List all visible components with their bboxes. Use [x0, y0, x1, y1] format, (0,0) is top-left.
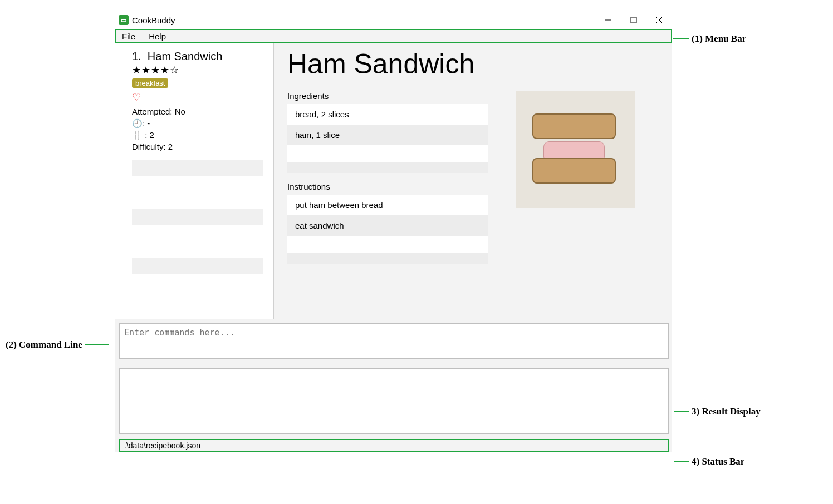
instruction-item: [287, 236, 488, 253]
annotation-label: 4) Status Bar: [692, 456, 744, 467]
minimize-icon: [605, 17, 611, 23]
empty-list-area: [132, 160, 263, 279]
recipe-detail-panel: Ham Sandwich Ingredients bread, 2 slices…: [274, 43, 672, 319]
main-content: 1. Ham Sandwich ★★★★☆ breakfast ♡ Attemp…: [115, 43, 672, 319]
app-logo-icon: ▭: [119, 15, 129, 25]
recipe-name: Ham Sandwich: [148, 50, 223, 62]
list-item: [132, 160, 263, 176]
list-item: [132, 258, 263, 274]
recipe-list-panel: 1. Ham Sandwich ★★★★☆ breakfast ♡ Attemp…: [115, 43, 274, 319]
ingredients-list: bread, 2 slices ham, 1 slice: [287, 104, 488, 173]
lower-panel: .\data\recipebook.json: [115, 319, 672, 452]
list-item: [132, 209, 263, 225]
recipe-list-item[interactable]: 1. Ham Sandwich ★★★★☆ breakfast ♡ Attemp…: [132, 50, 263, 152]
difficulty-row: Difficulty: 2: [132, 141, 263, 152]
annotation-command-line: (2) Command Line: [6, 339, 109, 350]
app-window: ▭ CookBuddy File Help 1. Ham Sandwich: [115, 11, 672, 452]
recipe-meta: Attempted: No 🕘: - 🍴 : 2 Difficulty: 2: [132, 106, 263, 152]
rating-stars: ★★★★☆: [132, 64, 263, 76]
annotation-menu-bar: (1) Menu Bar: [673, 33, 746, 45]
menu-help[interactable]: Help: [149, 32, 166, 41]
time-row: 🕘: -: [132, 117, 263, 129]
annotation-label: 3) Result Display: [692, 406, 761, 417]
instruction-item: [287, 253, 488, 264]
instruction-item: put ham between bread: [287, 195, 488, 215]
detail-title: Ham Sandwich: [287, 48, 659, 80]
ingredient-item: ham, 1 slice: [287, 125, 488, 145]
annotation-label: (2) Command Line: [6, 339, 82, 350]
ingredients-label: Ingredients: [287, 91, 488, 101]
ingredient-item: [287, 145, 488, 162]
recipe-index: 1.: [132, 50, 141, 62]
instructions-label: Instructions: [287, 182, 488, 191]
titlebar: ▭ CookBuddy: [115, 11, 672, 29]
maximize-icon: [630, 17, 637, 23]
command-input[interactable]: [119, 323, 669, 359]
recipe-image: [516, 91, 635, 208]
instructions-list: put ham between bread eat sandwich: [287, 195, 488, 264]
result-display[interactable]: [119, 368, 669, 434]
close-button[interactable]: [646, 11, 672, 29]
menu-file[interactable]: File: [122, 32, 135, 41]
status-bar: .\data\recipebook.json: [119, 439, 669, 452]
svg-rect-1: [631, 17, 636, 23]
favorite-heart-icon[interactable]: ♡: [132, 91, 263, 103]
annotation-status-bar: 4) Status Bar: [674, 456, 744, 467]
menu-bar: File Help: [115, 29, 672, 43]
maximize-button[interactable]: [621, 11, 646, 29]
minimize-button[interactable]: [595, 11, 621, 29]
servings-row: 🍴 : 2: [132, 129, 263, 141]
status-text: .\data\recipebook.json: [124, 441, 200, 450]
ingredient-item: bread, 2 slices: [287, 104, 488, 125]
annotation-result-display: 3) Result Display: [674, 406, 761, 417]
ingredient-item: [287, 162, 488, 173]
window-controls: [595, 11, 672, 29]
window-title: CookBuddy: [132, 16, 175, 25]
recipe-item-title: 1. Ham Sandwich: [132, 50, 263, 63]
annotation-label: (1) Menu Bar: [692, 33, 746, 45]
close-icon: [656, 17, 663, 23]
category-tag: breakfast: [132, 78, 168, 88]
instruction-item: eat sandwich: [287, 215, 488, 236]
attempted-row: Attempted: No: [132, 106, 263, 117]
